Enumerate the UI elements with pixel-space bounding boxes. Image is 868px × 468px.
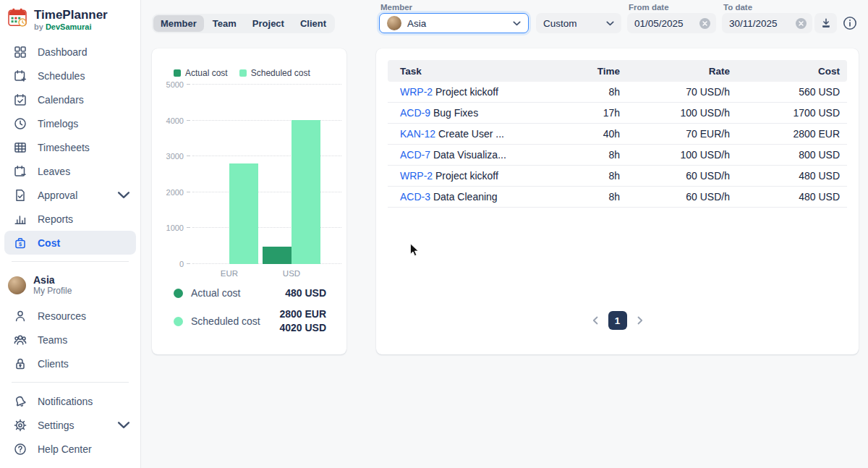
summary-actual-cost: Actual cost 480 USD	[174, 284, 326, 302]
y-tick-label: 1000	[153, 224, 184, 232]
sidebar-item-clients[interactable]: Clients	[4, 352, 136, 375]
task-title: Create User ...	[438, 128, 504, 140]
sidebar-divider	[12, 261, 129, 262]
sidebar-item-label: Settings	[38, 420, 75, 431]
sidebar-item-label: Notifications	[38, 396, 93, 407]
calendar-plus-icon	[14, 69, 27, 82]
next-page-button[interactable]	[637, 316, 643, 325]
gear-icon	[14, 419, 27, 432]
task-cost: 2800 EUR	[730, 128, 847, 140]
page-number-1[interactable]: 1	[608, 311, 627, 330]
previous-page-button[interactable]	[592, 316, 598, 325]
sidebar-item-resources[interactable]: Resources	[4, 304, 136, 328]
document-check-icon	[14, 189, 27, 202]
download-button[interactable]	[814, 13, 837, 33]
bar-chart-icon	[14, 213, 27, 226]
y-tick-label: 5000	[153, 80, 184, 89]
column-header-cost: Cost	[730, 66, 847, 77]
info-button[interactable]	[841, 13, 859, 33]
people-group-icon	[14, 333, 27, 346]
task-link[interactable]: KAN-12	[400, 128, 435, 140]
member-avatar	[387, 16, 401, 30]
download-icon	[820, 17, 832, 29]
sidebar-item-approval[interactable]: Approval	[4, 183, 136, 207]
task-link[interactable]: ACD-9	[400, 107, 430, 119]
task-title: Project kickoff	[435, 170, 498, 182]
legend-actual-cost: Actual cost	[174, 68, 228, 78]
task-cost: 480 USD	[730, 191, 847, 203]
app-logo[interactable]: TimePlanner by DevSamurai	[0, 0, 140, 40]
tab-member[interactable]: Member	[153, 15, 204, 32]
to-date-field	[722, 13, 812, 33]
sidebar-item-schedules[interactable]: Schedules	[4, 64, 136, 88]
member-select[interactable]: Asia	[379, 13, 529, 33]
date-range-value: Custom	[543, 18, 577, 29]
sidebar-item-settings[interactable]: Settings	[4, 413, 136, 437]
sidebar-item-label: Approval	[38, 190, 77, 201]
cost-table: Task Time Rate Cost WRP-2 Project kickof…	[388, 60, 847, 208]
money-bag-icon: $	[14, 237, 27, 250]
tab-team[interactable]: Team	[205, 15, 244, 32]
profile-subtitle: My Profile	[33, 286, 72, 297]
task-link[interactable]: WRP-2	[400, 86, 433, 98]
sidebar-item-calendars[interactable]: Calendars	[4, 88, 136, 111]
pagination: 1	[592, 311, 643, 330]
profile-avatar	[8, 276, 26, 294]
sidebar-item-timelogs[interactable]: Timelogs	[4, 111, 136, 135]
person-icon	[14, 310, 27, 323]
task-link[interactable]: ACD-7	[400, 149, 430, 161]
column-header-time: Time	[537, 66, 620, 77]
calendar-check-icon	[14, 93, 27, 106]
from-date-input[interactable]	[634, 18, 695, 29]
table-row[interactable]: WRP-2 Project kickoff 8h 70 USD/h 560 US…	[388, 82, 847, 103]
clear-to-date-icon[interactable]	[796, 18, 807, 29]
app-subtitle-brand: DevSamurai	[46, 22, 92, 31]
date-range-select[interactable]: Custom	[536, 13, 621, 33]
profile-entry[interactable]: Asia My Profile	[0, 268, 140, 304]
calendar-minus-icon	[14, 165, 27, 178]
sidebar-item-cost[interactable]: $ Cost	[4, 231, 136, 255]
member-field-label: Member	[380, 3, 412, 12]
from-date-field	[627, 13, 716, 33]
sidebar-item-label: Reports	[38, 213, 73, 225]
task-title: Data Visualiza...	[433, 149, 506, 161]
table-row[interactable]: ACD-3 Data Cleaning 8h 60 USD/h 480 USD	[388, 187, 847, 208]
to-date-input[interactable]	[729, 18, 791, 29]
summary-value: 480 USD	[285, 286, 326, 300]
task-rate: 70 EUR/h	[620, 128, 730, 140]
table-row[interactable]: ACD-9 Bug Fixes 17h 100 USD/h 1700 USD	[388, 103, 847, 124]
task-link[interactable]: ACD-3	[400, 191, 430, 203]
actual-cost-dot	[174, 289, 183, 298]
task-link[interactable]: WRP-2	[400, 170, 433, 182]
table-row[interactable]: ACD-7 Data Visualiza... 8h 100 USD/h 800…	[388, 145, 847, 166]
sidebar-item-notifications[interactable]: Notifications	[4, 389, 136, 413]
task-cost: 560 USD	[730, 86, 847, 98]
summary-value: 2800 EUR4020 USD	[279, 307, 326, 335]
sidebar-item-label: Timesheets	[38, 142, 90, 153]
tab-project[interactable]: Project	[245, 15, 292, 32]
summary-value-line2: 4020 USD	[279, 322, 326, 333]
timeplanner-logo-icon	[8, 8, 27, 27]
cost-table-card: Task Time Rate Cost WRP-2 Project kickof…	[376, 48, 859, 354]
sidebar-item-dashboard[interactable]: Dashboard	[4, 40, 136, 64]
sidebar-item-reports[interactable]: Reports	[4, 207, 136, 231]
task-cost: 800 USD	[730, 149, 847, 161]
to-date-label: To date	[723, 3, 752, 12]
table-grid-icon	[14, 141, 27, 154]
clear-from-date-icon[interactable]	[699, 18, 710, 29]
sidebar-item-help-center[interactable]: Help Center	[4, 437, 136, 461]
sidebar-item-label: Leaves	[38, 166, 70, 177]
sidebar-item-teams[interactable]: Teams	[4, 328, 136, 352]
table-row[interactable]: KAN-12 Create User ... 40h 70 EUR/h 2800…	[388, 124, 847, 145]
legend-label: Actual cost	[185, 68, 228, 78]
tab-client[interactable]: Client	[293, 15, 333, 32]
app-title: TimePlanner	[34, 8, 108, 22]
table-row[interactable]: WRP-2 Project kickoff 8h 60 USD/h 480 US…	[388, 166, 847, 187]
task-rate: 100 USD/h	[620, 107, 730, 119]
sidebar-item-label: Dashboard	[38, 46, 88, 58]
sidebar-item-timesheets[interactable]: Timesheets	[4, 135, 136, 159]
task-time: 8h	[537, 170, 620, 182]
task-rate: 100 USD/h	[620, 149, 730, 161]
sidebar-item-leaves[interactable]: Leaves	[4, 159, 136, 183]
chart-plot: 010002000300040005000EURUSD	[192, 85, 341, 264]
